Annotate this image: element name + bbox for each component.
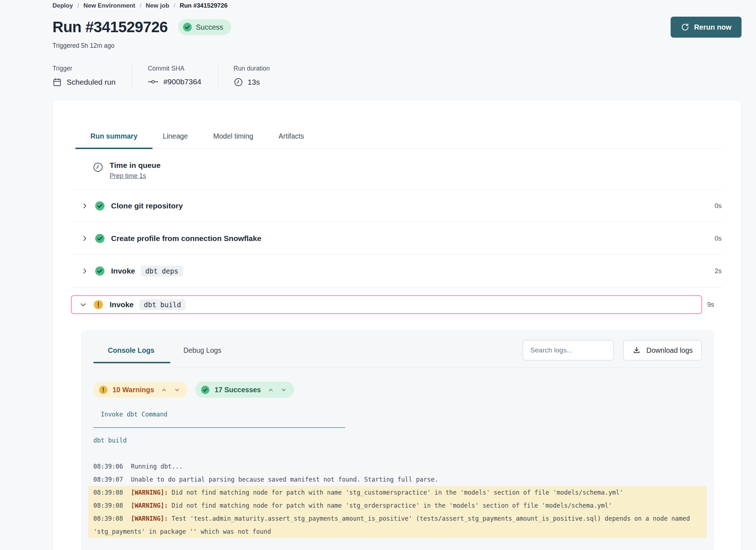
step-create-profile-snowflake[interactable]: Create profile from connection Snowflake… (71, 222, 722, 255)
log-controls: Download logs (523, 340, 702, 360)
run-summary-card: Run summary Lineage Model timing Artifac… (52, 100, 742, 550)
step-duration: 9s (707, 301, 722, 309)
step-title: Clone git repository (111, 202, 183, 210)
log-line-warning: 08:39:08[WARNING]:Did not find matching … (88, 499, 707, 512)
log-command: dbt build (88, 434, 707, 447)
log-timestamp: 08:39:08 (93, 515, 123, 522)
step-invoke-dbt-build-row: Invoke dbt build 9s (71, 295, 722, 314)
warning-circle-icon (93, 300, 103, 310)
log-message: Unable to do partial parsing because sav… (131, 476, 438, 483)
warning-label: [WARNING]: (131, 515, 168, 522)
breadcrumb-separator: / (140, 2, 141, 9)
status-badge-label: Success (196, 23, 224, 31)
step-title: Invoke (110, 300, 134, 309)
run-meta: Trigger Scheduled run Commit SHA #900b73… (52, 65, 742, 87)
log-command-header: Invoke dbt Command (88, 408, 707, 421)
breadcrumb: Deploy / New Environment / New job / Run… (52, 1, 742, 9)
meta-trigger-value: Scheduled run (67, 78, 115, 86)
tab-artifacts[interactable]: Artifacts (278, 129, 305, 148)
log-timestamp: 08:39:06 (93, 463, 123, 470)
warnings-badge-label: 10 Warnings (112, 386, 154, 394)
time-in-queue-title: Time in queue (110, 161, 161, 170)
log-message: Did not find matching node for patch wit… (171, 502, 612, 509)
page-title: Run #341529726 (52, 18, 168, 36)
tab-console-logs[interactable]: Console Logs (108, 346, 154, 355)
rerun-now-label: Rerun now (694, 23, 731, 31)
run-tabs: Run summary Lineage Model timing Artifac… (71, 129, 722, 149)
prep-time-link[interactable]: Prep time 1s (110, 172, 146, 180)
meta-trigger-label: Trigger (52, 65, 115, 72)
log-line: 08:39:07Unable to do partial parsing bec… (88, 473, 707, 486)
log-line-warning: 08:39:08[WARNING]:Test 'test.admin_matur… (88, 512, 707, 538)
rerun-now-button[interactable]: Rerun now (671, 17, 742, 38)
meta-duration-value: 13s (248, 78, 260, 86)
log-tabs: Console Logs Debug Logs (93, 346, 221, 355)
breadcrumb-new-job[interactable]: New job (146, 2, 169, 9)
successes-badge[interactable]: 17 Successes (195, 382, 294, 398)
warning-label: [WARNING]: (131, 502, 168, 509)
successes-badge-label: 17 Successes (215, 386, 261, 394)
step-invoke-dbt-deps[interactable]: Invoke dbt deps 2s (71, 255, 722, 287)
chevron-down-icon[interactable] (281, 387, 287, 393)
tab-model-timing[interactable]: Model timing (212, 129, 254, 148)
breadcrumb-deploy[interactable]: Deploy (52, 2, 73, 9)
check-circle-icon (201, 385, 210, 394)
warning-circle-icon (99, 385, 108, 394)
log-filter-badges: 10 Warnings 17 Successes (93, 382, 702, 398)
step-duration: 0s (714, 234, 722, 242)
tab-debug-logs[interactable]: Debug Logs (183, 346, 221, 355)
log-timestamp: 08:39:08 (93, 489, 123, 496)
log-header: Console Logs Debug Logs Download logs (93, 340, 702, 368)
download-icon (632, 346, 641, 355)
step-command-chip: dbt build (139, 299, 186, 310)
refresh-icon (681, 23, 689, 31)
log-panel: Console Logs Debug Logs Download logs (81, 330, 714, 550)
run-detail-page: Deploy / New Environment / New job / Run… (0, 0, 756, 550)
warning-label: [WARNING]: (131, 489, 168, 496)
clock-icon (234, 77, 243, 87)
log-timestamp: 08:39:07 (93, 476, 123, 483)
breadcrumb-new-environment[interactable]: New Environment (83, 2, 135, 9)
chevron-right-icon[interactable] (81, 235, 88, 242)
clock-icon (93, 162, 103, 180)
console-log-output: Invoke dbt Command —————————————————————… (93, 408, 702, 538)
success-check-icon (95, 266, 105, 276)
meta-duration: Run duration 13s (218, 65, 286, 87)
chevron-right-icon[interactable] (81, 267, 88, 275)
step-title: Create profile from connection Snowflake (111, 234, 261, 243)
chevron-up-icon[interactable] (161, 387, 167, 393)
meta-commit-value[interactable]: #900b7364 (163, 77, 201, 86)
success-check-icon (95, 233, 105, 244)
status-badge: Success (178, 19, 232, 35)
meta-commit-label: Commit SHA (148, 65, 201, 72)
log-divider: ————————————————————————————————————————… (88, 421, 707, 434)
search-logs-input[interactable] (523, 340, 614, 360)
chevron-down-icon[interactable] (174, 387, 180, 393)
log-message: Running dbt... (131, 463, 183, 470)
log-line: 08:39:06Running dbt... (88, 460, 707, 473)
log-line-warning: 08:39:08[WARNING]:Did not find matching … (88, 486, 707, 499)
download-logs-button[interactable]: Download logs (623, 340, 702, 360)
step-invoke-dbt-build[interactable]: Invoke dbt build (71, 295, 702, 314)
step-clone-git-repository[interactable]: Clone git repository 0s (71, 190, 722, 222)
meta-duration-label: Run duration (234, 65, 270, 72)
step-duration: 0s (714, 202, 722, 210)
tab-run-summary[interactable]: Run summary (90, 129, 138, 148)
chevron-right-icon[interactable] (81, 202, 88, 210)
check-circle-icon (183, 22, 192, 32)
breadcrumb-separator: / (77, 2, 79, 9)
download-logs-label: Download logs (646, 346, 693, 355)
step-command-chip: dbt deps (141, 266, 183, 276)
chevron-down-icon[interactable] (80, 301, 87, 308)
warnings-badge[interactable]: 10 Warnings (93, 382, 187, 398)
chevron-up-icon[interactable] (268, 387, 274, 393)
step-title: Invoke (111, 267, 135, 275)
meta-commit: Commit SHA #900b7364 (132, 65, 218, 87)
tab-lineage[interactable]: Lineage (162, 129, 188, 148)
commit-icon (148, 78, 158, 86)
time-in-queue-block: Time in queue Prep time 1s (71, 149, 722, 190)
step-duration: 2s (714, 267, 722, 275)
header: Run #341529726 Success Rerun now (52, 17, 742, 38)
success-check-icon (95, 201, 105, 211)
meta-trigger: Trigger Scheduled run (52, 65, 132, 87)
